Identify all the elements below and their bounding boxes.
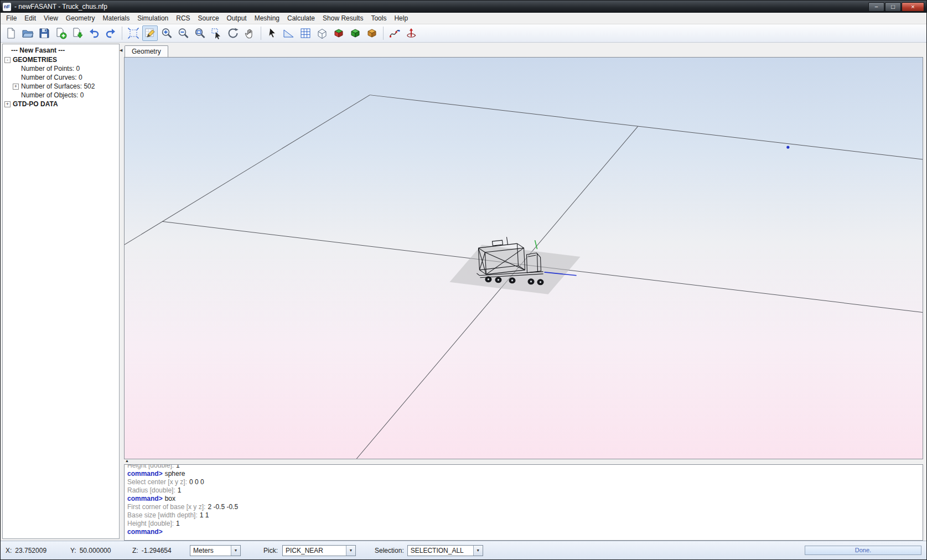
menu-item[interactable]: File <box>2 13 20 24</box>
pick-mode-dropdown[interactable]: PICK_NEAR ▼ <box>282 545 356 556</box>
parameter-label: First corner of base [x y z]: <box>127 503 205 511</box>
z-coordinate: Z:-1.294654 <box>132 547 190 554</box>
parameter-label: Height [double]: <box>127 464 174 469</box>
parameter-value: 1 <box>176 520 180 527</box>
console-scroll-up-icon[interactable]: ▲ <box>125 459 129 463</box>
menu-item[interactable]: Edit <box>20 13 40 24</box>
viewport-3d[interactable] <box>124 57 923 459</box>
pick-value: PICK_NEAR <box>283 547 346 554</box>
hand-icon <box>244 27 256 39</box>
units-value: Meters <box>190 547 231 554</box>
y-label: Y: <box>70 547 76 554</box>
pick-label: Pick: <box>263 547 278 554</box>
menu-item[interactable]: Geometry <box>62 13 99 24</box>
menu-item[interactable]: Output <box>223 13 251 24</box>
grid-view-button[interactable] <box>298 25 313 41</box>
save-floppy-icon <box>38 27 50 39</box>
tree-node-label: GTD-PO DATA <box>13 100 58 108</box>
zoom-in-button[interactable] <box>159 25 174 41</box>
menu-item[interactable]: Materials <box>99 13 134 24</box>
plane-view-button[interactable] <box>281 25 297 41</box>
command-prompt: command> <box>127 528 163 536</box>
pan-view-button[interactable] <box>242 25 257 41</box>
import-plus-icon <box>55 27 67 39</box>
rotate-view-button[interactable] <box>225 25 241 41</box>
curve-points-icon <box>389 27 401 39</box>
undo-button[interactable] <box>86 25 102 41</box>
tree-node[interactable]: + GTD-PO DATA <box>4 100 117 108</box>
console-line: Height [double]:1 <box>127 520 920 528</box>
menu-item[interactable]: RCS <box>172 13 194 24</box>
dropdown-arrow-icon[interactable]: ▼ <box>346 546 355 556</box>
import-geometry-button[interactable] <box>53 25 69 41</box>
menu-item[interactable]: Help <box>390 13 412 24</box>
menu-item[interactable]: Source <box>194 13 223 24</box>
tree-node[interactable]: - GEOMETRIES <box>4 55 117 64</box>
command-console[interactable]: Height [double]:1 command>sphere Select … <box>124 464 923 541</box>
tree-node-label: GEOMETRIES <box>13 56 57 64</box>
parameter-value: 1 <box>176 464 180 469</box>
progress-text: Done. <box>805 546 921 554</box>
tree-node[interactable]: Number of Points: 0 <box>13 64 117 73</box>
curve-tool-button[interactable] <box>387 25 402 41</box>
horizontal-splitter[interactable]: ▲ <box>124 459 923 464</box>
units-dropdown[interactable]: Meters ▼ <box>190 545 241 556</box>
new-project-button[interactable] <box>3 25 19 41</box>
export-geometry-button[interactable] <box>70 25 85 41</box>
menu-item[interactable]: Meshing <box>251 13 283 24</box>
cube-red-green-icon <box>333 27 345 39</box>
splitter-collapse-icon[interactable]: ◀ <box>120 48 122 53</box>
close-button[interactable]: × <box>902 2 924 12</box>
tree-expander-icon[interactable]: + <box>13 84 19 90</box>
solid-view-button[interactable] <box>331 25 346 41</box>
zoom-fit-button[interactable] <box>126 25 141 41</box>
menu-item[interactable]: Tools <box>367 13 390 24</box>
tree-node[interactable]: Number of Objects: 0 <box>13 91 117 100</box>
maximize-button[interactable]: □ <box>885 2 901 12</box>
tab-geometry[interactable]: Geometry <box>125 45 168 58</box>
plane-triangle-icon <box>283 27 295 39</box>
select-pointer-button[interactable] <box>265 25 280 41</box>
open-project-button[interactable] <box>20 25 35 41</box>
new-file-icon <box>5 27 17 39</box>
progress-bar: Done. <box>805 546 921 555</box>
minimize-button[interactable]: − <box>868 2 884 12</box>
tree-expander-icon[interactable]: - <box>4 57 11 63</box>
shaded-view-button[interactable] <box>348 25 363 41</box>
zoom-out-button[interactable] <box>175 25 191 41</box>
app-window: nF - newFASANT - Truck_chus.nfp − □ × Fi… <box>0 0 927 560</box>
cube-orange-icon <box>366 27 378 39</box>
tree-node-label: Number of Points: 0 <box>21 65 80 72</box>
menu-item[interactable]: Calculate <box>283 13 319 24</box>
edit-grid-button[interactable] <box>142 25 158 41</box>
ground-plane-patch <box>449 245 580 294</box>
tree-node[interactable]: Number of Curves: 0 <box>13 73 117 82</box>
rotation-axis-tool-button[interactable] <box>403 25 419 41</box>
redo-button[interactable] <box>103 25 118 41</box>
y-coordinate: Y:50.000000 <box>70 547 132 554</box>
x-coordinate: X:23.752009 <box>6 547 70 554</box>
selection-mode-dropdown[interactable]: SELECTION_ALL ▼ <box>407 545 483 556</box>
command-prompt: command> <box>127 470 163 478</box>
console-line: command>box <box>127 495 920 503</box>
cursor-arrow-icon <box>266 27 278 39</box>
parameter-label: Base size [width depth]: <box>127 511 198 519</box>
redo-icon <box>105 27 117 39</box>
tree-expander-icon[interactable]: + <box>4 101 11 107</box>
menu-item[interactable]: View <box>40 13 62 24</box>
z-value: -1.294654 <box>142 547 172 554</box>
wireframe-view-button[interactable] <box>314 25 330 41</box>
undo-icon <box>88 27 100 39</box>
tree-node[interactable]: + Number of Surfaces: 502 <box>13 82 117 91</box>
save-project-button[interactable] <box>37 25 52 41</box>
tree-root-node[interactable]: --- New Fasant --- <box>11 46 117 54</box>
dropdown-arrow-icon[interactable]: ▼ <box>231 546 240 556</box>
vertical-splitter[interactable]: ◀ <box>120 43 124 541</box>
menu-item[interactable]: Simulation <box>133 13 172 24</box>
menu-item[interactable]: Show Results <box>319 13 367 24</box>
zoom-window-button[interactable] <box>192 25 208 41</box>
console-line: Select center [x y z]:0 0 0 <box>127 478 920 486</box>
hidden-line-view-button[interactable] <box>364 25 380 41</box>
zoom-selection-button[interactable] <box>209 25 224 41</box>
dropdown-arrow-icon[interactable]: ▼ <box>473 546 483 556</box>
